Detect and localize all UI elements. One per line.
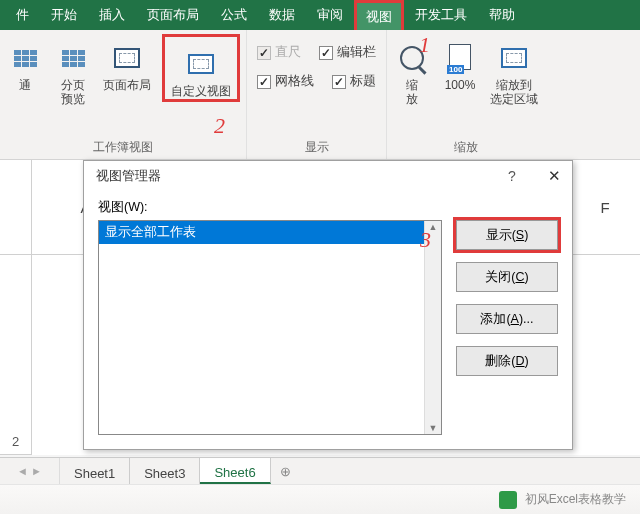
page-break-icon — [55, 40, 91, 76]
tab-insert[interactable]: 插入 — [88, 0, 136, 30]
headings-checkbox[interactable]: ✓标题 — [332, 73, 376, 90]
ribbon-panel: 通 分页 预览 页面布局 自定义视图 工作簿视图 ✓ — [0, 30, 640, 160]
ribbon-group-zoom: 缩 放 100 100% 缩放到 选定区域 缩放 — [387, 30, 545, 159]
close-button[interactable]: 关闭(C) — [456, 262, 558, 292]
dialog-titlebar[interactable]: 视图管理器 ? ✕ — [84, 161, 572, 191]
tab-home[interactable]: 开始 — [40, 0, 88, 30]
tab-help[interactable]: 帮助 — [478, 0, 526, 30]
annotation-2: 2 — [214, 113, 225, 139]
sheet-tab-bar: ◄ ► Sheet1 Sheet3 Sheet6 ⊕ — [0, 457, 640, 484]
custom-views-label: 自定义视图 — [171, 85, 231, 99]
tab-developer[interactable]: 开发工具 — [404, 0, 478, 30]
page-break-button[interactable]: 分页 预览 — [54, 34, 92, 107]
tab-formulas[interactable]: 公式 — [210, 0, 258, 30]
custom-views-dialog: 视图管理器 ? ✕ 视图(W): 显示全部工作表 ▲▼ 显示(S) 关闭(C) … — [83, 160, 573, 450]
add-sheet-button[interactable]: ⊕ — [271, 458, 301, 484]
dialog-close-button[interactable]: ✕ — [546, 167, 562, 185]
row-header-2[interactable]: 2 — [0, 255, 32, 455]
annotation-1: 1 — [419, 32, 430, 58]
watermark-icon — [499, 491, 517, 509]
group-label-show: 显示 — [305, 140, 329, 157]
formula-bar-checkbox[interactable]: ✓编辑栏 — [319, 44, 376, 61]
page-layout-button[interactable]: 页面布局 — [102, 34, 152, 93]
custom-views-button[interactable]: 自定义视图 — [169, 40, 233, 99]
dialog-help-button[interactable]: ? — [504, 168, 520, 184]
formula-bar-check-icon: ✓ — [319, 46, 333, 60]
tab-pagelayout[interactable]: 页面布局 — [136, 0, 210, 30]
sheet-nav-arrows[interactable]: ◄ ► — [0, 458, 60, 484]
dialog-title: 视图管理器 — [96, 167, 490, 185]
column-header-f[interactable]: F — [570, 160, 640, 254]
sheet-tab-sheet1[interactable]: Sheet1 — [60, 458, 130, 484]
tab-file-partial[interactable]: 件 — [5, 0, 40, 30]
views-list-label: 视图(W): — [98, 199, 558, 216]
views-listbox[interactable]: 显示全部工作表 ▲▼ — [98, 220, 442, 435]
gridlines-check-icon: ✓ — [257, 75, 271, 89]
annotation-3: 3 — [420, 227, 431, 253]
watermark-text: 初风Excel表格教学 — [525, 491, 626, 508]
ruler-check-icon: ✓ — [257, 46, 271, 60]
zoom-label: 缩 放 — [406, 79, 418, 107]
zoom-100-label: 100% — [445, 79, 476, 93]
group-label-workbookviews: 工作簿视图 — [93, 140, 153, 157]
zoom-100-button[interactable]: 100 100% — [441, 34, 479, 93]
group-label-zoom: 缩放 — [454, 140, 478, 157]
normal-view-button[interactable]: 通 — [6, 34, 44, 93]
normal-view-icon — [7, 40, 43, 76]
zoom-100-icon: 100 — [442, 40, 478, 76]
show-button[interactable]: 显示(S) — [456, 220, 558, 250]
ribbon-group-workbook-views: 通 分页 预览 页面布局 自定义视图 工作簿视图 — [0, 30, 247, 159]
zoom-selection-icon — [496, 40, 532, 76]
zoom-selection-button[interactable]: 缩放到 选定区域 — [489, 34, 539, 107]
add-button[interactable]: 添加(A)... — [456, 304, 558, 334]
tab-review[interactable]: 审阅 — [306, 0, 354, 30]
views-list-item[interactable]: 显示全部工作表 — [99, 221, 441, 244]
zoom-selection-label: 缩放到 选定区域 — [490, 79, 538, 107]
custom-views-icon — [183, 46, 219, 82]
tab-view[interactable]: 视图 — [354, 0, 404, 30]
ruler-checkbox: ✓直尺 — [257, 44, 301, 61]
sheet-tab-sheet3[interactable]: Sheet3 — [130, 458, 200, 484]
gridlines-checkbox[interactable]: ✓网格线 — [257, 73, 314, 90]
normal-view-label: 通 — [19, 79, 31, 93]
ribbon-group-show: ✓直尺 ✓编辑栏 ✓网格线 ✓标题 显示 — [247, 30, 387, 159]
tab-data[interactable]: 数据 — [258, 0, 306, 30]
page-layout-icon — [109, 40, 145, 76]
headings-check-icon: ✓ — [332, 75, 346, 89]
delete-button[interactable]: 删除(D) — [456, 346, 558, 376]
page-layout-label: 页面布局 — [103, 79, 151, 93]
footer-bar: 初风Excel表格教学 — [0, 484, 640, 514]
custom-views-highlight: 自定义视图 — [162, 34, 240, 102]
sheet-tab-sheet6[interactable]: Sheet6 — [200, 458, 270, 484]
page-break-label: 分页 预览 — [61, 79, 85, 107]
ribbon-tab-bar: 件 开始 插入 页面布局 公式 数据 审阅 视图 开发工具 帮助 — [0, 0, 640, 30]
